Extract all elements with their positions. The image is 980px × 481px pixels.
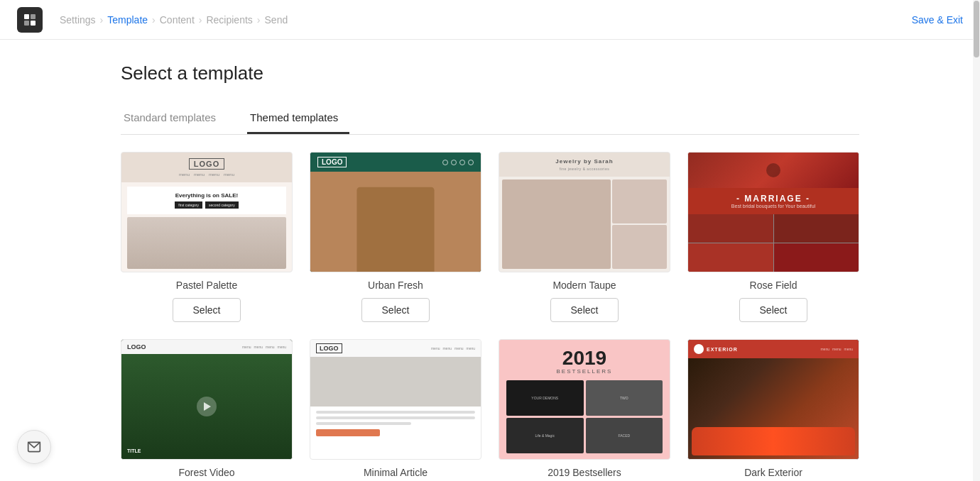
preview-logo: LOGO [316, 343, 342, 353]
preview-images-side [612, 179, 667, 269]
page-title: Select a template [121, 62, 859, 84]
template-card-modern-taupe: Jewelry by Sarah fine jewelry & accessor… [499, 152, 670, 322]
preview-logo-icon [694, 344, 704, 354]
template-name-minimal-article: Minimal Article [364, 467, 428, 478]
preview-logo: LOGO [127, 343, 146, 350]
preview-cell-2: TWO [586, 380, 663, 416]
preview-sale-text: Everything is on SALE! [133, 192, 281, 199]
preview-header: LOGO [310, 153, 481, 172]
breadcrumb-content[interactable]: Content [160, 14, 195, 26]
scrollbar-thumb[interactable] [974, 1, 979, 57]
app-logo[interactable] [17, 7, 43, 33]
breadcrumb-template[interactable]: Template [107, 14, 148, 26]
preview-header: Jewelry by Sarah fine jewelry & accessor… [499, 153, 670, 177]
mail-fab[interactable] [17, 430, 51, 464]
preview-mid: - MARRIAGE - Best bridal bouquets for Yo… [688, 188, 859, 214]
preview-image [310, 172, 481, 272]
template-preview-forest-video: LOGO menumenumenumenu TITLE [121, 339, 293, 460]
breadcrumb-send[interactable]: Send [265, 14, 288, 26]
svg-rect-2 [24, 21, 29, 26]
preview-header: LOGO menumenumenumenu [310, 340, 481, 357]
preview-cell-3: Life & Magic [506, 418, 584, 453]
preview-icon-2 [451, 160, 457, 165]
template-name-dark-exterior: Dark Exterior [744, 467, 802, 478]
preview-logo: LOGO [317, 157, 347, 167]
preview-bottom [688, 214, 859, 272]
template-card-urban-fresh: LOGO Urban Fresh Select [310, 152, 481, 322]
header-left: Settings › Template › Content › Recipien… [17, 7, 288, 33]
breadcrumb-recipients[interactable]: Recipients [206, 14, 252, 26]
breadcrumb-sep-1: › [100, 14, 104, 26]
preview-sale-buttons: first category second category [133, 201, 281, 209]
preview-text-1 [316, 411, 475, 414]
breadcrumb-sep-3: › [199, 14, 202, 26]
mail-icon [27, 440, 41, 454]
template-card-rose-field: - MARRIAGE - Best bridal bouquets for Yo… [687, 152, 859, 322]
template-card-forest-video: LOGO menumenumenumenu TITLE Forest Video… [121, 339, 293, 481]
preview-video: TITLE [121, 354, 292, 459]
select-button-pastel-palette[interactable]: Select [173, 298, 241, 322]
breadcrumb-settings[interactable]: Settings [60, 14, 96, 26]
svg-rect-3 [31, 21, 36, 26]
template-name-pink-bestsellers: 2019 Bestsellers [548, 467, 621, 478]
preview-nav: menumenumenumenu [431, 346, 475, 350]
tab-standard-templates[interactable]: Standard templates [121, 104, 227, 134]
preview-button [316, 429, 380, 436]
template-card-pastel-palette: LOGO menumenumenumenu Everything is on S… [121, 152, 293, 322]
preview-sale: Everything is on SALE! first category se… [127, 187, 286, 214]
preview-cell-3 [688, 243, 773, 272]
preview-image [127, 217, 286, 269]
preview-cell-1 [688, 214, 773, 243]
preview-cell-2 [774, 214, 859, 243]
template-name-pastel-palette: Pastel Palette [176, 280, 237, 291]
select-button-rose-field[interactable]: Select [739, 298, 808, 322]
template-preview-modern-taupe: Jewelry by Sarah fine jewelry & accessor… [499, 152, 670, 272]
template-name-rose-field: Rose Field [750, 280, 797, 291]
preview-header: EXTERIOR menumenumenu [688, 340, 859, 358]
preview-image [688, 358, 859, 459]
preview-text-3 [316, 422, 411, 425]
preview-cell-text-2: TWO [619, 394, 630, 402]
tab-themed-templates[interactable]: Themed templates [247, 104, 349, 134]
select-button-modern-taupe[interactable]: Select [550, 298, 619, 322]
preview-image-sm-1 [612, 179, 667, 223]
preview-grid: YOUR DEMONS TWO Life & Magic FACED [506, 380, 663, 453]
template-name-urban-fresh: Urban Fresh [368, 280, 423, 291]
preview-icons [442, 160, 474, 165]
preview-nav: menumenumenumenu [179, 172, 234, 177]
preview-cell-text-4: FACED [616, 432, 631, 439]
preview-cell-text-3: Life & Magic [533, 432, 556, 439]
preview-image-sm-2 [612, 225, 667, 269]
breadcrumb: Settings › Template › Content › Recipien… [60, 14, 288, 26]
svg-rect-0 [24, 14, 29, 19]
preview-brand: Jewelry by Sarah [555, 158, 613, 165]
preview-cell-text-1: YOUR DEMONS [530, 394, 560, 402]
template-tabs: Standard templates Themed templates [121, 104, 859, 135]
preview-btn-1: first category [175, 201, 202, 209]
preview-subtitle: fine jewelry & accessories [560, 167, 610, 171]
preview-text-2 [316, 416, 475, 419]
preview-image [310, 357, 481, 407]
preview-icon-4 [468, 160, 474, 165]
template-card-dark-exterior: EXTERIOR menumenumenu Dark Exterior Sele… [687, 339, 859, 481]
template-card-minimal-article: LOGO menumenumenumenu Minimal Article Se… [310, 339, 481, 481]
select-button-urban-fresh[interactable]: Select [361, 298, 430, 322]
preview-images [499, 177, 670, 272]
template-preview-dark-exterior: EXTERIOR menumenumenu [687, 339, 859, 460]
template-preview-urban-fresh: LOGO [310, 152, 481, 272]
save-exit-button[interactable]: Save & Exit [912, 14, 963, 26]
template-preview-minimal-article: LOGO menumenumenumenu [310, 339, 481, 460]
preview-cell-1: YOUR DEMONS [506, 380, 584, 416]
preview-icon-3 [459, 160, 465, 165]
preview-top [688, 153, 859, 188]
preview-header: LOGO menumenumenumenu [121, 340, 292, 354]
preview-image-main [502, 179, 611, 269]
preview-title: - MARRIAGE - [694, 194, 853, 204]
scrollbar-track[interactable] [973, 0, 980, 481]
template-preview-rose-field: - MARRIAGE - Best bridal bouquets for Yo… [687, 152, 859, 272]
svg-rect-1 [31, 14, 36, 19]
preview-play-button [197, 397, 217, 416]
preview-car [692, 427, 855, 455]
preview-brand: EXTERIOR [707, 347, 738, 352]
preview-btn-2: second category [205, 201, 239, 209]
